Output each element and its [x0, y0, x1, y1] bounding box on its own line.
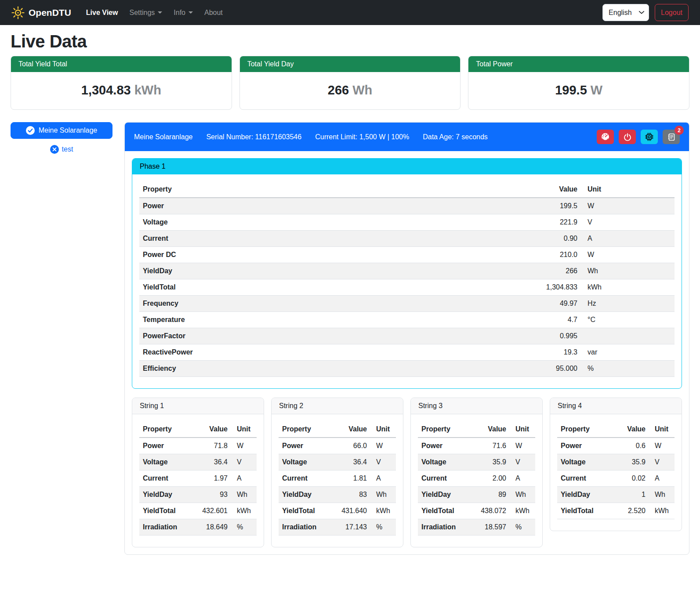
cell-prop: Voltage — [418, 454, 469, 470]
inverter-name: Meine Solaranlage — [134, 133, 192, 141]
sun-logo-icon — [11, 6, 25, 19]
language-select[interactable]: English — [602, 4, 649, 21]
inverter-select-button-test[interactable]: test — [11, 145, 112, 154]
caret-down-icon — [158, 11, 162, 14]
cell-val: 438.072 — [469, 503, 510, 519]
table-row: Efficiency95.000% — [139, 361, 675, 377]
cell-val: 0.995 — [524, 328, 581, 344]
string-body: Property Value Unit Power71.6WVoltage35.… — [411, 414, 542, 547]
power-icon — [624, 133, 631, 141]
string-table: Property Value Unit Power66.0WVoltage36.… — [279, 421, 396, 535]
cell-unit: % — [231, 519, 257, 535]
string-table: Property Value Unit Power71.8WVoltage36.… — [139, 421, 257, 535]
inverter-select-button-active[interactable]: Meine Solaranlage — [11, 122, 112, 139]
page-content: Live Data Total Yield Total 1,304.83kWh … — [0, 32, 700, 565]
cell-prop: YieldTotal — [139, 279, 524, 296]
logout-button[interactable]: Logout — [655, 4, 689, 21]
string-title: String 4 — [550, 398, 682, 414]
cell-unit: W — [231, 438, 257, 454]
nav-items: Live View Settings Info About — [82, 5, 227, 20]
table-row: Voltage36.4V — [279, 454, 396, 470]
cell-unit: % — [370, 519, 396, 535]
string-table: Property Value Unit Power0.6WVoltage35.9… — [557, 421, 675, 519]
cell-val: 1.81 — [330, 470, 370, 487]
nav-item-live-view[interactable]: Live View — [82, 5, 123, 20]
table-row: YieldTotal432.601kWh — [139, 503, 257, 519]
event-log-button[interactable]: 2 — [663, 130, 680, 144]
cell-prop: YieldDay — [418, 487, 469, 503]
cell-unit: var — [581, 344, 675, 361]
cell-val: 18.597 — [469, 519, 510, 535]
col-property: Property — [557, 421, 609, 438]
journal-text-icon — [667, 133, 675, 141]
device-info-button[interactable] — [641, 130, 658, 144]
cell-prop: Power — [418, 438, 469, 454]
nav-item-settings[interactable]: Settings — [125, 5, 167, 20]
table-row: Power DC210.0W — [139, 247, 675, 263]
card-total-power: Total Power 199.5W — [468, 56, 689, 110]
cell-prop: ReactivePower — [139, 344, 524, 361]
phase-table: Property Value Unit Power199.5WVoltage22… — [139, 181, 675, 377]
table-row: YieldDay266Wh — [139, 263, 675, 279]
nav-right: English Logout — [602, 4, 689, 21]
string-body: Property Value Unit Power66.0WVoltage36.… — [272, 414, 403, 547]
cell-val: 210.0 — [524, 247, 581, 263]
table-row: Power71.6W — [418, 438, 535, 454]
total-power-unit: W — [591, 83, 602, 97]
cell-unit: V — [370, 454, 396, 470]
table-row: Voltage35.9V — [418, 454, 535, 470]
cpu-icon — [645, 133, 653, 141]
nav-item-label: Live View — [86, 9, 118, 17]
nav-item-about[interactable]: About — [200, 5, 227, 20]
cell-val: 83 — [330, 487, 370, 503]
cell-unit: Wh — [510, 487, 535, 503]
table-row: Irradiation18.649% — [139, 519, 257, 535]
cell-val: 93 — [191, 487, 231, 503]
table-row: Voltage221.9V — [139, 214, 675, 231]
table-row: Voltage35.9V — [557, 454, 675, 470]
col-value: Value — [191, 421, 231, 438]
table-row: YieldTotal1,304.833kWh — [139, 279, 675, 296]
brand[interactable]: OpenDTU — [11, 6, 71, 19]
inverter-select-label: test — [62, 145, 73, 153]
cell-val: 36.4 — [191, 454, 231, 470]
card-total-yield-day: Total Yield Day 266Wh — [239, 56, 461, 110]
cell-unit: V — [581, 214, 675, 231]
string-title: String 1 — [132, 398, 264, 414]
cell-prop: YieldDay — [279, 487, 330, 503]
cell-unit: Hz — [581, 296, 675, 312]
table-row: YieldDay83Wh — [279, 487, 396, 503]
table-row: Temperature4.7°C — [139, 312, 675, 328]
cell-val: 71.8 — [191, 438, 231, 454]
col-property: Property — [418, 421, 469, 438]
page-title: Live Data — [11, 32, 689, 51]
nav-item-info[interactable]: Info — [169, 5, 197, 20]
inverter-selector: Meine Solaranlage test — [11, 122, 112, 154]
total-yield-total-unit: kWh — [134, 83, 161, 97]
nav-item-label: Settings — [129, 9, 155, 17]
string-card-1: String 1 Property Value Unit — [132, 398, 264, 547]
cell-prop: YieldTotal — [139, 503, 191, 519]
cell-prop: Voltage — [139, 454, 191, 470]
table-header-row: Property Value Unit — [279, 421, 396, 438]
cell-prop: Power — [139, 198, 524, 214]
card-total-yield-total: Total Yield Total 1,304.83kWh — [11, 56, 232, 110]
cell-unit: kWh — [581, 279, 675, 296]
table-row: Current2.00A — [418, 470, 535, 487]
inverter-serial: Serial Number: 116171603546 — [206, 133, 301, 141]
card-header: Total Yield Day — [240, 56, 461, 72]
table-row: YieldTotal2.520kWh — [557, 503, 675, 519]
cell-unit: °C — [581, 312, 675, 328]
table-header-row: Property Value Unit — [557, 421, 675, 438]
table-row: Current1.97A — [139, 470, 257, 487]
limit-settings-button[interactable] — [597, 130, 614, 144]
string-title: String 3 — [411, 398, 542, 414]
total-power-value: 199.5 — [555, 83, 587, 97]
card-body: 199.5W — [468, 72, 689, 109]
inverter-data-age: Data Age: 7 seconds — [423, 133, 488, 141]
cell-val: 1 — [609, 487, 649, 503]
strings-row: String 1 Property Value Unit — [132, 398, 682, 547]
speedometer-icon — [601, 133, 609, 141]
power-button[interactable] — [619, 130, 636, 144]
card-body: 1,304.83kWh — [11, 72, 232, 109]
